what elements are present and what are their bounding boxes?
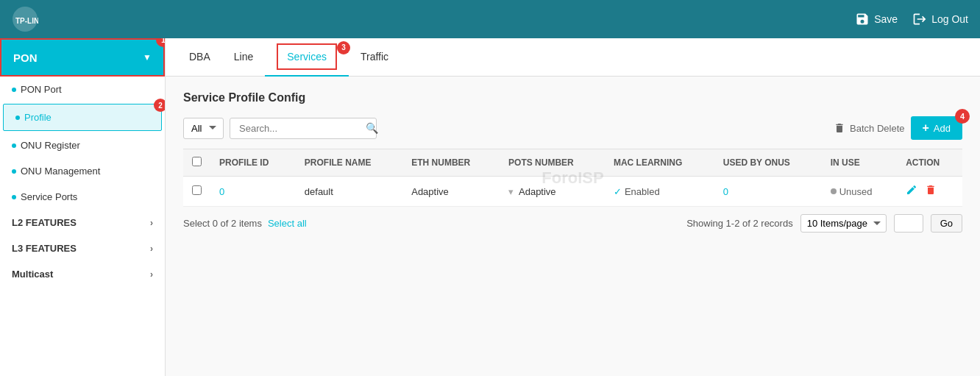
sidebar-section-l2[interactable]: L2 FEATURES › (0, 210, 165, 235)
col-action: ACTION (897, 149, 962, 177)
row-mac-learning: ✓ Enabled (605, 177, 714, 207)
sidebar-item-label: PON Port (21, 84, 62, 95)
items-per-page-select[interactable]: 10 Items/page 20 Items/page 50 Items/pag… (800, 214, 887, 233)
row-checkbox-cell (183, 177, 210, 207)
profile-id-link[interactable]: 0 (219, 186, 224, 197)
in-use-status: Unused (831, 186, 888, 197)
status-dot-icon (831, 188, 837, 194)
row-in-use: Unused (822, 177, 897, 207)
chevron-right-icon: › (150, 244, 153, 254)
dot-icon (12, 169, 16, 174)
header-row: PROFILE ID PROFILE NAME ETH NUMBER POTS … (183, 149, 962, 177)
toolbar-left: All 🔍 (183, 118, 377, 139)
dot-icon (12, 195, 16, 199)
footer-left: Select 0 of 2 items Select all (183, 218, 307, 229)
chevron-right-icon: › (150, 218, 153, 228)
showing-label: Showing 1-2 of 2 records (686, 218, 793, 229)
sidebar-section-l3[interactable]: L3 FEATURES › (0, 235, 165, 261)
col-used-by-onus: USED BY ONUS (714, 149, 822, 177)
sidebar-badge-2: 2 (154, 99, 166, 112)
batch-delete-label: Batch Delete (850, 123, 904, 134)
tab-label: Line (234, 51, 253, 63)
pon-dropdown-label: PON (13, 52, 38, 64)
tab-line[interactable]: Line (222, 38, 265, 77)
row-profile-id: 0 (210, 177, 296, 207)
dot-icon (15, 116, 20, 120)
table-body: 0 default Adaptive ▾ Adaptive ✓ (183, 177, 962, 207)
logout-icon (912, 12, 927, 26)
pon-dropdown[interactable]: PON ▼ 1 (0, 38, 165, 77)
sidebar-item-pon-port[interactable]: PON Port (0, 77, 165, 102)
tab-label: DBA (189, 51, 210, 63)
search-input[interactable] (236, 118, 366, 138)
tab-badge-3: 3 (337, 41, 350, 54)
tab-label: Traffic (361, 51, 388, 63)
sidebar-item-onu-register[interactable]: ONU Register (0, 132, 165, 158)
col-eth-number: ETH NUMBER (402, 149, 500, 177)
delete-icon[interactable] (925, 184, 937, 199)
dot-icon (12, 143, 16, 148)
plus-icon: + (923, 121, 929, 135)
sidebar-section-label: L3 FEATURES (12, 243, 77, 254)
mac-learning-label: Enabled (625, 186, 660, 197)
col-profile-id: PROFILE ID (210, 149, 296, 177)
select-all-link[interactable]: Select all (268, 218, 307, 229)
row-eth-number: Adaptive (402, 177, 500, 207)
table-row: 0 default Adaptive ▾ Adaptive ✓ (183, 177, 962, 207)
trash-icon (834, 122, 845, 134)
page-content: Service Profile Config All 🔍 (166, 77, 980, 376)
sidebar-item-onu-management[interactable]: ONU Management (0, 158, 165, 184)
dot-icon (12, 88, 16, 92)
save-label: Save (874, 13, 898, 25)
content-area: DBA Line Services 3 Traffic Service Prof… (166, 38, 980, 376)
save-button[interactable]: Save (855, 12, 898, 26)
logout-button[interactable]: Log Out (912, 12, 968, 26)
col-profile-name: PROFILE NAME (296, 149, 402, 177)
edit-icon[interactable] (906, 184, 917, 199)
sidebar-item-label: ONU Management (21, 166, 100, 177)
svg-text:TP-LINK: TP-LINK (15, 17, 38, 25)
batch-delete-button[interactable]: Batch Delete (834, 122, 904, 134)
in-use-label: Unused (839, 186, 873, 197)
header-actions: Save Log Out (855, 12, 968, 26)
tab-bar: DBA Line Services 3 Traffic (166, 38, 980, 77)
sidebar-item-profile[interactable]: Profile 2 (3, 104, 162, 131)
add-badge-4: 4 (955, 109, 970, 124)
services-border-box: Services (277, 43, 337, 70)
tab-label: Services (287, 51, 327, 63)
add-label: Add (934, 123, 951, 134)
save-icon (855, 12, 870, 26)
main-layout: PON ▼ 1 PON Port Profile 2 ONU Register … (0, 38, 980, 376)
check-icon: ✓ (614, 186, 622, 197)
data-table: PROFILE ID PROFILE NAME ETH NUMBER POTS … (183, 149, 962, 207)
tab-dba[interactable]: DBA (177, 38, 222, 77)
header: TP-LINK Save Log Out (0, 0, 980, 38)
add-button[interactable]: + Add 4 (911, 116, 962, 140)
dropdown-icon[interactable]: ▾ (508, 186, 514, 197)
sidebar: PON ▼ 1 PON Port Profile 2 ONU Register … (0, 38, 166, 376)
footer-right: Showing 1-2 of 2 records 10 Items/page 2… (686, 214, 962, 233)
select-all-checkbox[interactable] (192, 157, 202, 166)
tab-services[interactable]: Services 3 (265, 38, 349, 77)
go-button[interactable]: Go (931, 214, 962, 233)
logo-area: TP-LINK (12, 6, 38, 32)
used-by-onus-link[interactable]: 0 (723, 186, 728, 197)
tab-traffic[interactable]: Traffic (349, 38, 400, 77)
sidebar-section-multicast[interactable]: Multicast › (0, 261, 165, 287)
page-number-input[interactable] (894, 214, 923, 233)
row-checkbox[interactable] (192, 185, 202, 195)
sidebar-item-service-ports[interactable]: Service Ports (0, 184, 165, 210)
action-icons (906, 184, 954, 199)
logout-label: Log Out (931, 13, 968, 25)
table-footer: Select 0 of 2 items Select all Showing 1… (183, 207, 962, 240)
row-used-by-onus: 0 (714, 177, 822, 207)
col-pots-number: POTS NUMBER (500, 149, 605, 177)
table-wrapper: ForoISP PROFILE ID PROFILE NAME ETH NUMB… (183, 149, 962, 207)
chevron-down-icon: ▼ (143, 52, 152, 63)
sidebar-item-label: Service Ports (21, 191, 77, 202)
select-count: Select 0 of 2 items (183, 218, 262, 229)
filter-select[interactable]: All (183, 118, 224, 139)
mac-learning-status: ✓ Enabled (614, 186, 706, 197)
sidebar-item-label: Profile (24, 112, 52, 123)
chevron-right-icon: › (150, 269, 153, 280)
